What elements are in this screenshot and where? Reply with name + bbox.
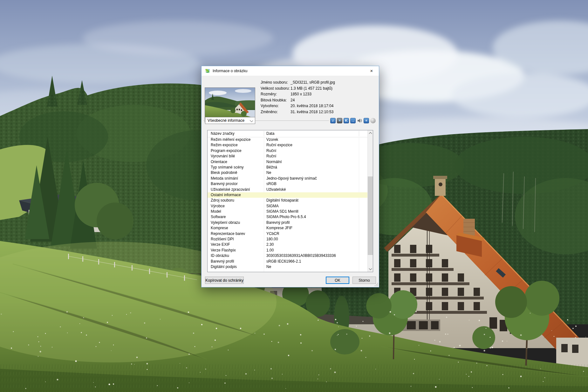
tag-name-cell: Verze EXIF <box>208 242 264 247</box>
table-row[interactable]: Rozlišení DPI180.00 <box>208 237 367 242</box>
tag-data-cell: Ruční <box>264 154 276 159</box>
tag-name-cell: Digitální podpis <box>208 264 264 270</box>
file-info-label: Bitová hloubka: <box>261 97 291 103</box>
tag-name-cell: Vylepšení obrazu <box>208 220 264 225</box>
dialog-body: Jméno souboru:_SDI3211, sRGB profil.jpg … <box>202 76 379 287</box>
tag-name-cell: Zdroj souboru <box>208 198 264 203</box>
tag-data-cell: Ruční expozice <box>264 142 292 148</box>
table-row[interactable]: ID obrázku3030353033363931A0BB015B394333… <box>208 253 367 258</box>
tag-name-cell: Program expozice <box>208 148 264 154</box>
dialog-titlebar[interactable]: Informace o obrázku × <box>202 66 379 76</box>
scroll-down-icon[interactable] <box>368 266 373 272</box>
file-info-value: 20. května 2018 18:17:04 <box>291 103 333 109</box>
tag-name-cell: Režim expozice <box>208 142 264 148</box>
tag-name-cell: Metoda snímání <box>208 176 264 181</box>
table-row[interactable]: Verze EXIF2.30 <box>208 242 367 247</box>
tag-name-cell: Vyrovnání bílé <box>208 154 264 159</box>
table-row[interactable]: Verze Flashpix1.00 <box>208 248 367 253</box>
tag-name-cell: Barevný prostor <box>208 181 264 187</box>
file-info: Jméno souboru:_SDI3211, sRGB profil.jpg … <box>261 79 335 115</box>
tag-data-cell: Jedno-čipový barevný snímač <box>264 176 317 181</box>
tag-name-cell: Orientace <box>208 159 264 165</box>
tag-name-cell: Software <box>208 214 264 220</box>
vertical-scrollbar[interactable] <box>367 130 373 272</box>
tag-data-cell: 1.00 <box>264 248 274 253</box>
table-row[interactable]: Zdroj souboruDigitální fotoaparát <box>208 198 367 203</box>
web-icon[interactable] <box>370 118 376 123</box>
close-button[interactable]: × <box>364 66 379 76</box>
copy-to-clipboard-button[interactable]: Kopírovat do schránky <box>205 277 244 284</box>
column-divider[interactable] <box>359 131 359 136</box>
file-info-value: _SDI3211, sRGB profil.jpg <box>291 79 335 86</box>
file-info-label: Velikost souboru: <box>261 86 291 92</box>
tag-data-cell: Vzorek <box>264 137 278 142</box>
table-row[interactable]: Blesk podrobněNe <box>208 170 367 175</box>
table-row[interactable]: Metoda snímáníJedno-čipový barevný sníma… <box>208 176 367 181</box>
image-info-dialog: Informace o obrázku × <box>201 66 379 287</box>
table-row[interactable]: ModelSIGMA SD1 Merrill <box>208 209 367 214</box>
tag-data-cell: Ne <box>264 264 271 270</box>
chevron-down-icon <box>250 119 253 122</box>
tag-name-cell: ID obrázku <box>208 253 264 258</box>
tag-data-cell: 2.30 <box>264 242 274 247</box>
tag-data-cell: Digitální fotoaparát <box>264 198 298 203</box>
table-row[interactable]: Reprezentace barevYCbCR <box>208 231 367 237</box>
table-row[interactable]: KompreseKomprese JFIF <box>208 225 367 231</box>
exif-table-header[interactable]: Název značky Data <box>208 130 367 137</box>
tag-name-cell: Typ snímané scény <box>208 165 264 170</box>
table-row[interactable]: SoftwareSIGMA Photo Pro 6.5.4 <box>208 214 367 220</box>
tag-name-cell: Režim měření expozice <box>208 137 264 142</box>
tag-data-cell: Ruční <box>264 148 276 154</box>
info-toolbar: i K → + <box>329 117 377 124</box>
forward-icon[interactable]: → <box>350 118 356 123</box>
table-row[interactable]: Uživatelské zpracováníUživatelské <box>208 187 367 192</box>
table-row[interactable]: VýrobceSIGMA <box>208 203 367 209</box>
table-row[interactable]: OrientaceNormální <box>208 159 367 165</box>
tag-table-body: Režim měření expoziceVzorekRežim expozic… <box>208 137 367 272</box>
audio-icon[interactable] <box>357 118 362 123</box>
tag-data-cell: SIGMA SD1 Merrill <box>264 209 298 214</box>
table-row[interactable]: Typ snímané scényBěžná <box>208 165 367 170</box>
file-info-label: Jméno souboru: <box>261 79 291 86</box>
tag-name-cell: Blesk podrobně <box>208 170 264 175</box>
tag-name-cell: Model <box>208 209 264 214</box>
table-row[interactable]: Program expoziceRuční <box>208 148 367 154</box>
scrollbar-thumb[interactable] <box>368 176 373 255</box>
file-info-value: 588 x 392 <box>291 91 311 97</box>
tag-name-cell: Reprezentace barev <box>208 231 264 237</box>
scroll-up-icon[interactable] <box>368 130 373 136</box>
tag-data-cell: Barevný profil <box>264 220 290 225</box>
table-row[interactable]: Barevný prostorsRGB <box>208 181 367 187</box>
resize-grip[interactable] <box>375 283 378 286</box>
tag-data-cell: Normální <box>264 159 282 165</box>
file-info-label: Vytvořeno: <box>261 103 291 109</box>
tag-data-cell: YCbCR <box>264 231 279 237</box>
table-row[interactable]: Barevný profilsRGB IEC61966-2.1 <box>208 259 367 264</box>
table-row[interactable]: Režim měření expoziceVzorek <box>208 137 367 142</box>
dialog-title: Informace o obrázku <box>213 69 247 73</box>
tag-data-cell: SIGMA Photo Pro 6.5.4 <box>264 214 306 220</box>
table-row[interactable]: Digitální podpisNe <box>208 264 367 270</box>
info-icon[interactable]: i <box>330 118 336 123</box>
ok-button[interactable]: OK <box>326 277 349 284</box>
table-row[interactable]: Ostatní informace <box>208 192 367 198</box>
table-row[interactable]: Vylepšení obrazuBarevný profil <box>208 220 367 225</box>
column-header[interactable]: Název značky <box>211 130 235 137</box>
tag-data-cell <box>264 192 266 198</box>
column-header[interactable]: Data <box>266 130 274 137</box>
table-row[interactable]: Režim expoziceRuční expozice <box>208 142 367 148</box>
tag-name-cell: Barevný profil <box>208 259 264 264</box>
keywords-icon[interactable]: K <box>344 118 349 123</box>
camera-icon[interactable] <box>337 118 342 123</box>
cancel-button[interactable]: Storno <box>352 277 376 284</box>
add-icon[interactable]: + <box>364 118 369 123</box>
tag-data-cell: SIGMA <box>264 203 279 209</box>
table-row[interactable]: Vyrovnání bíléRuční <box>208 154 367 159</box>
info-category-select[interactable]: Všeobecné informace <box>205 117 255 124</box>
column-divider[interactable] <box>264 131 264 136</box>
tag-data-cell: sRGB <box>264 181 277 187</box>
file-info-value: 31. května 2018 12:10:53 <box>291 109 333 115</box>
tag-name-cell: Výrobce <box>208 203 264 209</box>
tag-name-cell: Uživatelské zpracování <box>208 187 264 192</box>
tag-name-cell: Rozlišení DPI <box>208 237 264 242</box>
